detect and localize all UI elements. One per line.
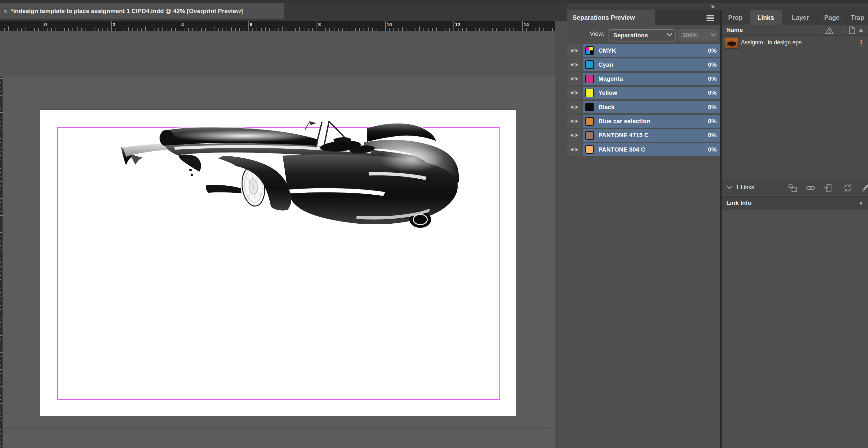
edit-original-icon[interactable] [861, 183, 868, 193]
ruler-minor-tick [394, 28, 394, 31]
ruler-minor-tick [539, 27, 539, 31]
ruler-minor-tick [544, 28, 544, 31]
ruler-minor-tick [162, 27, 163, 31]
separation-visibility-toggle[interactable] [567, 129, 582, 142]
relink-from-cc-libraries-icon[interactable] [788, 183, 798, 193]
separation-ink-value: 0% [708, 132, 717, 139]
ruler-minor-tick [501, 28, 501, 31]
ruler-minor-tick [4, 28, 5, 31]
link-warning-icon[interactable] [825, 26, 834, 35]
page-sort-icon[interactable] [848, 26, 856, 34]
separation-row[interactable]: Cyan0% [583, 58, 720, 71]
panel-menu-icon[interactable] [707, 15, 714, 20]
relink-icon[interactable] [806, 183, 815, 193]
ruler-minor-tick [0, 322, 1, 323]
separation-row[interactable]: Blue car selection0% [583, 115, 720, 128]
ruler-minor-tick [548, 28, 548, 31]
ruler-minor-tick [312, 28, 313, 31]
separation-row[interactable]: PANTONE 804 C0% [583, 143, 720, 156]
separation-visibility-toggle[interactable] [567, 115, 582, 128]
ruler-minor-tick [0, 211, 1, 212]
eye-icon [570, 119, 579, 124]
ruler-minor-tick [471, 27, 471, 31]
ruler-minor-tick [17, 28, 18, 31]
ruler-minor-tick [0, 335, 2, 336]
ruler-major-tick [111, 21, 112, 31]
ruler-minor-tick [0, 284, 3, 284]
view-dropdown-value: Separations [609, 32, 665, 39]
separation-row[interactable]: Yellow0% [583, 87, 720, 99]
ruler-minor-tick [0, 87, 1, 88]
link-info-body [722, 210, 868, 448]
separation-row[interactable]: CMYK0% [583, 44, 720, 57]
ruler-minor-tick [432, 28, 433, 31]
ruler-minor-tick [295, 28, 296, 31]
tab-trap[interactable]: Trap [846, 10, 868, 25]
ruler-minor-tick [492, 28, 493, 31]
links-name-header[interactable]: Name [722, 25, 868, 36]
eye-icon [570, 76, 579, 82]
separation-row[interactable]: PANTONE 4715 C0% [583, 129, 720, 142]
separation-swatch [585, 89, 594, 97]
tab-links[interactable]: Links [750, 10, 782, 25]
separation-visibility-toggle[interactable] [567, 44, 582, 57]
ruler-minor-tick [0, 296, 1, 297]
ruler-minor-tick [0, 198, 2, 199]
ruler-minor-tick [0, 125, 1, 126]
ruler-minor-tick [128, 27, 129, 31]
ruler-minor-tick [466, 28, 467, 31]
collapse-section-icon[interactable] [859, 201, 863, 206]
link-list-item[interactable]: Assignm...in design.eps 1 [722, 36, 868, 51]
ruler-minor-tick [355, 28, 356, 31]
tab-separations-preview[interactable]: Separations Preview [567, 10, 655, 25]
ruler-minor-tick [171, 28, 172, 31]
ruler-minor-tick [0, 326, 1, 327]
eye-icon [570, 133, 579, 138]
go-to-link-icon[interactable] [823, 183, 833, 193]
ruler-minor-tick [226, 28, 227, 31]
tab-page[interactable]: Page [819, 10, 845, 25]
ruler-major-tick [316, 21, 317, 31]
collapse-panels-icon[interactable]: » [711, 2, 715, 10]
separation-row[interactable]: Magenta0% [583, 73, 720, 85]
separation-visibility-toggle[interactable] [567, 73, 582, 85]
ruler-minor-tick [424, 28, 424, 31]
separation-row[interactable]: Black0% [583, 101, 720, 113]
sort-ascending-icon[interactable] [859, 28, 864, 32]
ruler-minor-tick [321, 28, 321, 31]
tab-prop[interactable]: Prop [722, 10, 749, 25]
ruler-minor-tick [0, 425, 1, 425]
placed-car-image[interactable] [110, 108, 467, 230]
link-info-header[interactable]: Link Info [722, 196, 868, 210]
ruler-minor-tick [0, 309, 1, 310]
horizontal-ruler[interactable]: 02468101214 [0, 21, 555, 31]
tab-layer[interactable]: Layer [782, 10, 818, 25]
chevron-down-icon[interactable] [726, 185, 733, 191]
separation-visibility-toggle[interactable] [567, 143, 582, 156]
ruler-minor-tick [184, 28, 184, 31]
ruler-number: 6 [250, 22, 252, 27]
document-tab[interactable]: × *indesign template to place assignment… [0, 3, 284, 19]
ruler-minor-tick [81, 28, 82, 31]
ruler-minor-tick [137, 28, 137, 31]
separation-swatch [585, 75, 594, 83]
ruler-minor-tick [0, 330, 1, 331]
ruler-minor-tick [77, 27, 78, 31]
separation-swatch [585, 60, 594, 69]
document-page[interactable] [40, 110, 516, 416]
ruler-minor-tick [0, 429, 1, 430]
ruler-minor-tick [514, 28, 514, 31]
ruler-minor-tick [0, 241, 1, 242]
vertical-ruler[interactable] [0, 76, 3, 448]
view-dropdown[interactable]: Separations [609, 29, 676, 41]
separation-visibility-toggle[interactable] [567, 58, 582, 71]
separation-visibility-toggle[interactable] [567, 87, 582, 99]
separation-visibility-toggle[interactable] [567, 101, 582, 113]
ruler-minor-tick [488, 27, 488, 31]
update-link-icon[interactable] [843, 183, 852, 193]
link-page-number[interactable]: 1 [859, 39, 864, 46]
ruler-minor-tick [282, 27, 283, 31]
ink-limit-dropdown[interactable]: 300% [678, 29, 719, 41]
close-tab-icon[interactable]: × [0, 7, 11, 15]
pasteboard[interactable] [3, 76, 555, 448]
